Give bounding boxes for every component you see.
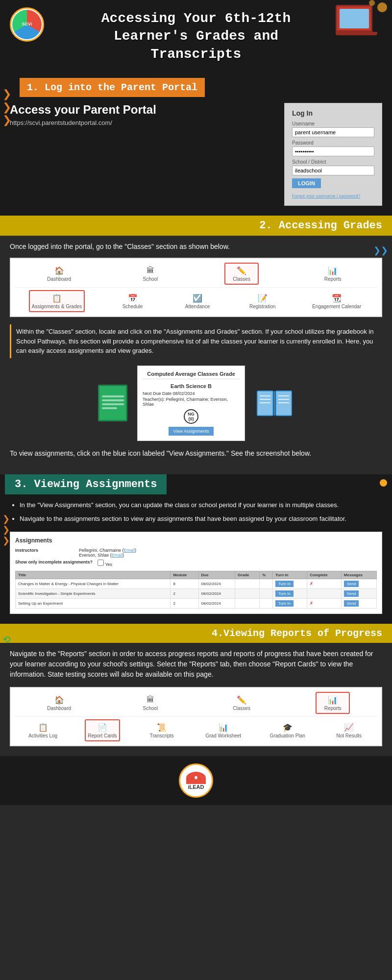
classes-icon-s4: ✏️ [237,695,246,705]
nav-item-assignments-grades[interactable]: 📋 Assignments & Grades [29,290,85,312]
scvi-logo: SCVi [10,7,44,42]
nav-assignments-label: Assignments & Grades [32,304,82,309]
svg-rect-0 [257,391,273,416]
nav-graduation-plan-label: Graduation Plan [270,733,305,738]
assignments-table: Title Module Due Grade % Turn In Complet… [15,571,377,609]
turn-in-btn-1[interactable]: Turn In [275,581,294,587]
forgot-link[interactable]: Forgot your username / password? [292,194,361,198]
registration-icon: 📝 [258,293,268,303]
section-2-instruction-1: Once logged into the portal, go to the "… [10,242,382,252]
row1-messages[interactable]: Send [341,579,376,589]
grade-circle: NG(0) [184,409,198,424]
graduation-plan-icon: 🎓 [283,722,293,732]
section-2: ❯❯ 2. Accessing Grades Once logged into … [0,216,392,474]
nav-reports-label: Reports [324,276,342,282]
email-link-2[interactable]: Email [112,553,123,558]
nav-divider-s4 [15,716,377,717]
nav-item-grad-worksheet: 📊 Grad Worksheet [204,720,244,740]
nav-item-reports-s4[interactable]: 📊 Reports [316,692,350,714]
laptop-decoration [336,5,380,37]
nav-grad-worksheet-label: Grad Worksheet [206,733,242,738]
nav-schedule-label: Schedule [122,304,143,309]
footer: iLEAD [0,756,392,805]
nav-school-label: School [143,276,158,282]
row2-percent [260,589,273,599]
grade-card: Computed Average Classes Grade Earth Sci… [137,366,245,441]
section-1: ❯❯❯ 1. Log into the Parent Portal Access… [0,73,392,216]
engagement-calendar-icon: 📆 [332,293,342,303]
row1-module: 8 [171,579,198,589]
assignments-grades-icon: 📋 [52,293,62,303]
row2-due: 08/02/2024 [198,589,235,599]
row3-turn-in[interactable]: Turn In [272,599,307,609]
reports-icon-s4: 📊 [328,695,338,705]
school-icon-s4: 🏛 [146,695,155,705]
nav-item-report-cards[interactable]: 📄 Report Cards [85,719,120,741]
open-book-decoration [255,389,294,418]
schedule-icon: 📅 [128,293,138,303]
section-2-header: 2. Accessing Grades [0,216,392,236]
view-assignments-button[interactable]: View Assignments [169,427,214,436]
nav-classes-label: Classes [233,276,250,282]
section-4-instruction: Navigate to the "Reports" section in ord… [10,649,382,680]
col-turn-in: Turn In [272,571,307,579]
send-btn-1[interactable]: Send [344,581,359,587]
yellow-dot-1 [377,2,387,12]
nav-item-school: 🏛 School [133,264,168,284]
password-input[interactable] [292,147,374,156]
turn-in-btn-3[interactable]: Turn In [275,600,294,607]
row2-messages[interactable]: Send [341,589,376,599]
send-btn-2[interactable]: Send [344,590,359,597]
bullet-2: Navigate to the assignments section to v… [20,514,382,524]
email-link-1[interactable]: Email [124,548,135,553]
table-row: Setting Up an Experiment 2 08/02/2024 Tu… [16,599,377,609]
transcripts-icon: 📜 [157,722,167,732]
nav-classes-label-s4: Classes [233,706,250,711]
not-results-icon: 📈 [344,722,354,732]
reports-icon: 📊 [328,266,338,275]
header: SCVi Accessing Your 6th-12th Learner's G… [0,0,392,73]
username-input[interactable] [292,127,374,137]
col-module: Module [171,571,198,579]
row3-grade [235,599,260,609]
dashboard-icon-s4: 🏠 [54,695,64,705]
nav-item-schedule: 📅 Schedule [116,291,150,311]
send-btn-3[interactable]: Send [344,600,359,607]
nav-item-not-results: 📈 Not Results [332,720,366,740]
nav-item-classes[interactable]: ✏️ Classes [224,263,259,285]
col-grade: Grade [235,571,260,579]
row2-module: 2 [171,589,198,599]
assignments-title: Assignments [15,537,377,544]
login-button[interactable]: LOGIN [292,178,321,188]
nav-item-registration: 📝 Registration [245,291,280,311]
nav-divider [15,287,377,288]
section-2-heading: 2. Accessing Grades [259,220,382,232]
nav-registration-label: Registration [249,304,275,309]
nav-dashboard-label: Dashboard [47,276,71,282]
row1-turn-in[interactable]: Turn In [272,579,307,589]
row3-messages[interactable]: Send [341,599,376,609]
row3-complete: ✗ [307,599,342,609]
table-row: Changes in Matter & Energy - Physical Ch… [16,579,377,589]
row1-due: 08/02/2024 [198,579,235,589]
grade-card-subject: Earth Science B [143,383,240,389]
nav-reports-label-s4: Reports [324,706,342,711]
nav-item-dashboard-s4: 🏠 Dashboard [42,693,76,713]
show-incomplete-checkbox[interactable] [98,560,104,566]
section-4-heading: 4.Viewing Reports of Progress [212,628,382,639]
svg-rect-1 [276,391,292,416]
row2-turn-in[interactable]: Turn In [272,589,307,599]
turn-in-btn-2[interactable]: Turn In [275,590,294,597]
arrow-deco-1: ❯❯❯ [2,88,11,126]
row2-complete [307,589,342,599]
nav-screenshot-classes: 🏠 Dashboard 🏛 School ✏️ Classes 📊 Report… [10,258,382,317]
section-3-heading: 3. Viewing Assignments [15,478,157,490]
section-1-text: Access your Parent Portal https://scvi.p… [10,103,277,126]
row3-title: Setting Up an Experiment [16,599,171,609]
row3-percent [260,599,273,609]
login-title: Log In [292,109,374,117]
nav-item-activities-log: 📋 Activities Log [26,720,60,740]
school-input[interactable] [292,166,374,175]
col-complete: Complete [307,571,342,579]
assignments-instructors-row: Instructors Pellegrini, Charmaine (Email… [15,548,377,558]
